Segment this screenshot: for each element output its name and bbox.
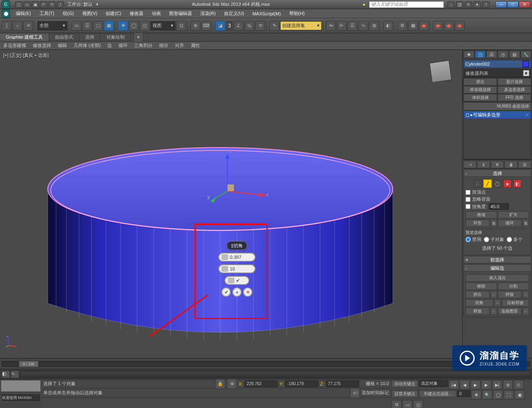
sub-align[interactable]: 对齐: [172, 42, 187, 49]
set-key-button[interactable]: 设置关键点: [392, 390, 418, 398]
key-filters-button[interactable]: 关键点过滤器...: [419, 390, 456, 398]
sub-props[interactable]: 属性: [187, 42, 203, 49]
open-icon[interactable]: ▭: [23, 1, 31, 8]
connect-settings[interactable]: ▫: [522, 307, 529, 315]
select-object-icon[interactable]: ▭: [71, 21, 81, 31]
sub-loop[interactable]: 循环: [115, 42, 131, 49]
ring-button[interactable]: 环形: [466, 219, 490, 227]
help-icon[interactable]: ?: [482, 1, 490, 8]
next-frame-icon[interactable]: ▶: [481, 380, 491, 389]
new-icon[interactable]: ▢: [15, 1, 22, 8]
tab-modify-icon[interactable]: ◳: [475, 51, 486, 58]
nav-orbit-icon[interactable]: ◯: [493, 390, 503, 399]
nav-max-icon[interactable]: ⛶: [504, 390, 514, 399]
remove-button[interactable]: 移除: [466, 283, 497, 290]
mod-btn-ffd[interactable]: FFD 选择: [498, 94, 531, 101]
nav-pan-icon[interactable]: ✥: [471, 390, 481, 399]
trackbar-ruler[interactable]: [20, 371, 530, 378]
bind-icon[interactable]: ※: [23, 21, 33, 31]
loop-button[interactable]: 循环: [498, 219, 522, 227]
prev-frame-icon[interactable]: ◀: [460, 380, 470, 389]
menu-animation[interactable]: 动画: [148, 10, 165, 17]
subobj-border-icon[interactable]: ◯: [493, 179, 502, 188]
by-vertex-checkbox[interactable]: [466, 190, 470, 195]
time-config-icon[interactable]: ⏲: [514, 380, 524, 389]
ribbon-min-icon[interactable]: ▾: [133, 32, 143, 42]
ignore-back-checkbox[interactable]: [466, 197, 470, 202]
modifier-list-dropdown[interactable]: 修改器列表 ▾: [463, 69, 531, 77]
time-thumb[interactable]: 0 / 100: [19, 361, 39, 367]
loop-spinner[interactable]: ⇅: [522, 219, 529, 227]
subobj-polygon-icon[interactable]: ■: [503, 179, 512, 188]
remove-mod-icon[interactable]: 🗑: [505, 161, 517, 168]
bridge-settings[interactable]: ▫: [490, 307, 497, 315]
chamfer-button[interactable]: 切角: [466, 299, 493, 307]
undo-icon[interactable]: ↶: [40, 1, 47, 8]
snap-toggle-icon[interactable]: ◪: [215, 21, 225, 31]
abs-rel-icon[interactable]: ⊕: [227, 379, 237, 389]
shrink-button[interactable]: 收缩: [466, 211, 497, 219]
spinner-snap-icon[interactable]: ⟲: [255, 21, 265, 31]
keyboard-shortcut-icon[interactable]: ⌨: [201, 21, 211, 31]
frame-input[interactable]: 0: [457, 390, 470, 397]
angle-spinner[interactable]: 45.0: [489, 203, 509, 210]
angle-snap-icon[interactable]: ∠: [234, 21, 244, 31]
render-prod-icon[interactable]: 🫖: [433, 21, 443, 31]
coord-z[interactable]: 77.175: [326, 381, 359, 387]
subscription-icon[interactable]: ⚿: [456, 1, 463, 8]
menu-modifiers[interactable]: 修改器: [126, 10, 148, 17]
nurbs-button[interactable]: NURBS 曲面选择: [463, 102, 531, 111]
pin-stack-icon[interactable]: ⊣: [463, 161, 476, 168]
edit-named-sel-icon[interactable]: ✎: [269, 21, 279, 31]
menu-help[interactable]: 帮助(H): [285, 10, 309, 17]
maximize-button[interactable]: □: [507, 1, 519, 8]
preview-off-radio[interactable]: 禁用: [466, 236, 481, 243]
mod-btn-patch[interactable]: 面片选择: [498, 78, 531, 86]
trackbar-curve-icon[interactable]: ∿: [11, 371, 19, 378]
unique-icon[interactable]: ∀: [491, 161, 504, 168]
app-menu-button[interactable]: ⬤: [2, 10, 10, 18]
rollout-soft-head[interactable]: +软选择: [463, 256, 531, 263]
object-color-swatch[interactable]: [522, 61, 529, 67]
infocenter-arrow-icon[interactable]: ▸: [363, 2, 366, 7]
weld-settings[interactable]: ▫: [522, 291, 529, 298]
nav-zoom-ext-icon[interactable]: ▣: [515, 390, 525, 399]
redo-icon[interactable]: ↷: [48, 1, 56, 8]
close-button[interactable]: ✕: [519, 1, 530, 8]
rollout-editedge-head[interactable]: -编辑边: [463, 264, 531, 272]
stack-item-editable-poly[interactable]: ◻ ▸ 可编辑多边形⟋: [464, 111, 531, 118]
insert-vertex-button[interactable]: 插入顶点: [466, 274, 529, 282]
ribbon-tab-paint[interactable]: 对象绘制: [101, 33, 131, 41]
sub-edit[interactable]: 编辑: [54, 42, 70, 49]
mod-btn-spline[interactable]: 样条线选择: [463, 86, 497, 93]
render-setup-icon[interactable]: ⚙: [397, 21, 407, 31]
preview-subobj-radio[interactable]: 子对象: [484, 236, 504, 243]
sub-geom[interactable]: 几何体 (全部): [70, 42, 104, 49]
split-button[interactable]: 分割: [498, 283, 530, 290]
tab-motion-icon[interactable]: ◷: [498, 51, 509, 58]
extrude-button[interactable]: 挤出: [466, 291, 490, 298]
by-angle-checkbox[interactable]: [466, 204, 470, 209]
subobj-edge-icon[interactable]: ╱: [483, 179, 492, 188]
workspace-label[interactable]: 工作台: 默认: [67, 1, 93, 7]
selection-filter-dropdown[interactable]: 全部▾: [37, 21, 67, 30]
minimize-button[interactable]: —: [495, 1, 507, 8]
object-name-field[interactable]: Cylinder002: [463, 60, 531, 68]
tab-create-icon[interactable]: ✺: [463, 51, 474, 58]
viewport[interactable]: [+] [正交] [真实 + 边面]: [0, 50, 462, 358]
chamfer-settings[interactable]: ▫: [494, 299, 501, 307]
menu-rendering[interactable]: 渲染(R): [196, 10, 220, 17]
auto-key-button[interactable]: 自动关键点: [392, 380, 418, 388]
time-slider[interactable]: 0 / 100: [2, 361, 530, 367]
rollout-selection-head[interactable]: -选择: [463, 170, 531, 177]
mirror-icon[interactable]: ⇋: [326, 21, 336, 31]
named-selection-dropdown[interactable]: 创建选择集▾: [280, 21, 322, 30]
menu-group[interactable]: 组(G): [59, 10, 78, 17]
mod-btn-vol[interactable]: 体积选择: [463, 94, 497, 101]
coord-x[interactable]: 228.762: [244, 381, 278, 387]
trackbar-toggle-icon[interactable]: ◧: [2, 371, 10, 378]
tab-hierarchy-icon[interactable]: 品: [486, 51, 497, 58]
modifier-stack[interactable]: ◻ ▸ 可编辑多边形⟋: [463, 111, 531, 160]
ring-spinner[interactable]: ⇅: [490, 219, 497, 227]
sel-lock-drop[interactable]: 选定对象: [419, 380, 448, 387]
